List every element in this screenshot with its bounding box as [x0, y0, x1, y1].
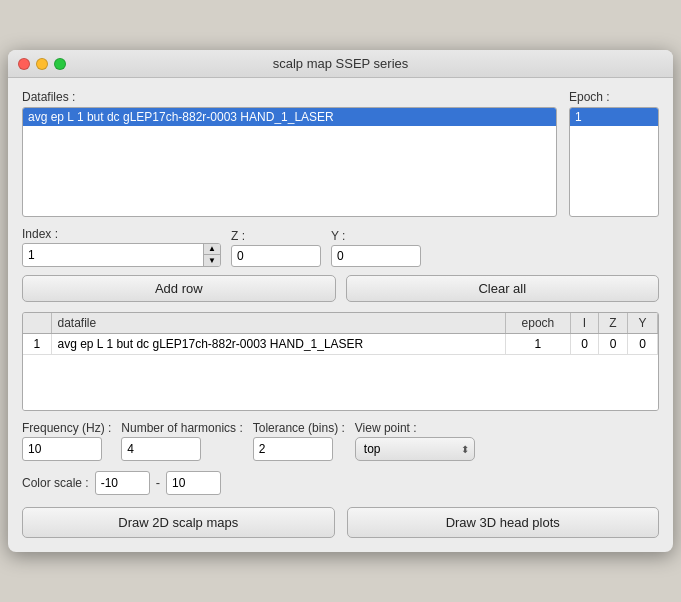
cell-z: 0 — [599, 334, 628, 355]
color-scale-row: Color scale : - — [22, 471, 659, 495]
epoch-item[interactable]: 1 — [570, 108, 658, 126]
draw-2d-button[interactable]: Draw 2D scalp maps — [22, 507, 335, 538]
top-section: Datafiles : avg ep L 1 but dc gLEP17ch-8… — [22, 90, 659, 217]
tolerance-group: Tolerance (bins) : — [253, 421, 345, 461]
epoch-listbox[interactable]: 1 — [569, 107, 659, 217]
col-header-z: Z — [599, 313, 628, 334]
col-header-datafile: datafile — [51, 313, 505, 334]
col-header-epoch: epoch — [505, 313, 570, 334]
add-clear-row: Add row Clear all — [22, 275, 659, 302]
color-scale-max-input[interactable] — [166, 471, 221, 495]
table-header-row: datafile epoch I Z Y — [23, 313, 658, 334]
col-header-i: I — [570, 313, 598, 334]
close-button[interactable] — [18, 58, 30, 70]
y-group: Y : — [331, 229, 421, 267]
col-header-index — [23, 313, 51, 334]
epoch-group: Epoch : 1 — [569, 90, 659, 217]
main-window: scalp map SSEP series Datafiles : avg ep… — [8, 50, 673, 552]
index-input-wrap: ▲ ▼ — [22, 243, 221, 267]
minimize-button[interactable] — [36, 58, 48, 70]
harmonics-group: Number of harmonics : — [121, 421, 242, 461]
harmonics-label: Number of harmonics : — [121, 421, 242, 435]
color-scale-min-input[interactable] — [95, 471, 150, 495]
z-label: Z : — [231, 229, 321, 243]
window-controls — [18, 58, 66, 70]
index-stepper: ▲ ▼ — [203, 244, 220, 266]
datafiles-listbox[interactable]: avg ep L 1 but dc gLEP17ch-882r-0003 HAN… — [22, 107, 557, 217]
viewpoint-label: View point : — [355, 421, 475, 435]
params-row: Frequency (Hz) : Number of harmonics : T… — [22, 421, 659, 461]
frequency-group: Frequency (Hz) : — [22, 421, 111, 461]
viewpoint-select-wrap: top front back left right ⬍ — [355, 437, 475, 461]
color-scale-dash: - — [156, 475, 160, 490]
action-buttons-row: Draw 2D scalp maps Draw 3D head plots — [22, 507, 659, 538]
viewpoint-group: View point : top front back left right ⬍ — [355, 421, 475, 461]
table-row: 1 avg ep L 1 but dc gLEP17ch-882r-0003 H… — [23, 334, 658, 355]
cell-datafile: avg ep L 1 but dc gLEP17ch-882r-0003 HAN… — [51, 334, 505, 355]
tolerance-input[interactable] — [253, 437, 333, 461]
cell-epoch: 1 — [505, 334, 570, 355]
z-input[interactable] — [231, 245, 321, 267]
index-controls-row: Index : ▲ ▼ Z : Y : — [22, 227, 659, 267]
datafiles-item[interactable]: avg ep L 1 but dc gLEP17ch-882r-0003 HAN… — [23, 108, 556, 126]
cell-index: 1 — [23, 334, 51, 355]
col-header-y: Y — [628, 313, 658, 334]
viewpoint-select[interactable]: top front back left right — [355, 437, 475, 461]
add-row-button[interactable]: Add row — [22, 275, 336, 302]
y-label: Y : — [331, 229, 421, 243]
frequency-label: Frequency (Hz) : — [22, 421, 111, 435]
cell-y: 0 — [628, 334, 658, 355]
index-input[interactable] — [23, 245, 203, 265]
draw-3d-button[interactable]: Draw 3D head plots — [347, 507, 660, 538]
window-title: scalp map SSEP series — [273, 56, 409, 71]
cell-i: 0 — [570, 334, 598, 355]
table-empty-row — [23, 355, 658, 410]
data-table: datafile epoch I Z Y 1 avg ep L 1 but dc… — [23, 313, 658, 410]
y-input[interactable] — [331, 245, 421, 267]
index-increment-button[interactable]: ▲ — [204, 244, 220, 255]
content-area: Datafiles : avg ep L 1 but dc gLEP17ch-8… — [8, 78, 673, 552]
z-group: Z : — [231, 229, 321, 267]
tolerance-label: Tolerance (bins) : — [253, 421, 345, 435]
color-scale-label: Color scale : — [22, 476, 89, 490]
frequency-input[interactable] — [22, 437, 102, 461]
index-group: Index : ▲ ▼ — [22, 227, 221, 267]
data-table-wrap: datafile epoch I Z Y 1 avg ep L 1 but dc… — [22, 312, 659, 411]
harmonics-input[interactable] — [121, 437, 201, 461]
index-label: Index : — [22, 227, 221, 241]
maximize-button[interactable] — [54, 58, 66, 70]
clear-all-button[interactable]: Clear all — [346, 275, 660, 302]
datafiles-group: Datafiles : avg ep L 1 but dc gLEP17ch-8… — [22, 90, 557, 217]
datafiles-label: Datafiles : — [22, 90, 557, 104]
epoch-label: Epoch : — [569, 90, 659, 104]
index-decrement-button[interactable]: ▼ — [204, 255, 220, 266]
titlebar: scalp map SSEP series — [8, 50, 673, 78]
